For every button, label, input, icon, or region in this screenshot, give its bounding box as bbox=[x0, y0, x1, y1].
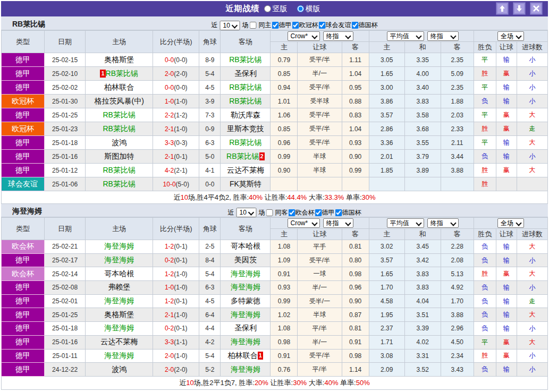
home-team-name[interactable]: RB莱比锡 bbox=[103, 110, 135, 119]
scope-select[interactable]: 全场 bbox=[497, 218, 524, 228]
asian-handicap-cell: 半球 bbox=[298, 150, 342, 164]
group-header-result: 全场 bbox=[474, 218, 547, 229]
asian-home-odds-cell: 0.99 bbox=[271, 150, 298, 164]
away-team-name[interactable]: 里斯本竞技 bbox=[227, 124, 264, 133]
away-team-name[interactable]: 海登海姆 bbox=[231, 283, 260, 291]
bookmaker-select[interactable]: Crow* bbox=[288, 31, 320, 41]
league-cell: 德甲 bbox=[2, 335, 45, 349]
radio-horizontal-label[interactable]: 横版 bbox=[297, 4, 320, 14]
away-team-name[interactable]: 海登海姆 bbox=[231, 310, 260, 319]
summary-value: 50% bbox=[356, 379, 370, 387]
move-down-button[interactable] bbox=[513, 3, 525, 14]
fulltime-score: 2-1 bbox=[165, 153, 174, 160]
league-checkbox-1[interactable] bbox=[315, 209, 322, 216]
away-team-name[interactable]: 海登海姆 bbox=[231, 337, 260, 346]
close-button[interactable] bbox=[530, 3, 542, 14]
asian-home-odds-cell: 0.93 bbox=[271, 281, 298, 295]
asian-handicap-cell: 受平/半 bbox=[298, 53, 342, 67]
summary-cell: 近10场,胜4平4负2, 胜率:40% 让胜率:44.4% 大率:33.3% 单… bbox=[2, 191, 548, 204]
euro-draw-odds-cell: 3.39 bbox=[404, 322, 441, 336]
home-team-name[interactable]: 柏林联合 bbox=[104, 83, 134, 91]
corner-cell: 4-5 bbox=[199, 81, 221, 95]
home-team-name[interactable]: 云达不莱梅 bbox=[100, 337, 138, 346]
home-team-name[interactable]: 弗赖堡 bbox=[108, 283, 130, 291]
euro-final-select[interactable]: 终指 bbox=[427, 218, 459, 228]
league-checkbox-0[interactable] bbox=[272, 22, 279, 29]
move-up-button[interactable] bbox=[496, 3, 508, 14]
average-select[interactable]: 平均值 bbox=[387, 218, 424, 228]
radio-vertical-label[interactable]: 竖版 bbox=[264, 4, 288, 14]
away-team-name[interactable]: RB莱比锡 bbox=[229, 83, 261, 91]
away-team-name[interactable]: RB莱比锡 bbox=[229, 55, 261, 64]
result-winloss-cell: 平 bbox=[474, 81, 496, 95]
away-team-name[interactable]: 圣保利 bbox=[234, 323, 257, 332]
scope-select[interactable]: 全场 bbox=[497, 31, 524, 41]
away-team-name[interactable]: RB莱比锡 bbox=[229, 138, 261, 147]
score-cell: 1-0(1-0) bbox=[153, 281, 199, 295]
home-team-name[interactable]: 格拉茨风暴(中) bbox=[95, 97, 144, 105]
radio-horizontal[interactable] bbox=[297, 5, 304, 12]
home-team-name[interactable]: 哥本哈根 bbox=[104, 269, 134, 278]
corner-cell: 2-5 bbox=[199, 240, 221, 254]
radio-vertical[interactable] bbox=[264, 5, 271, 12]
asian-final-select[interactable]: 终指 bbox=[323, 31, 353, 41]
result-handicap-cell: 输 bbox=[496, 95, 517, 108]
home-team-name[interactable]: 海登海姆 bbox=[104, 351, 134, 360]
away-team-name[interactable]: FK莫斯特 bbox=[230, 180, 261, 188]
away-team-name[interactable]: 柏林联合 bbox=[228, 351, 258, 360]
away-team-name[interactable]: 美因茨 bbox=[234, 255, 257, 264]
away-team-name[interactable]: 多特蒙德 bbox=[231, 296, 260, 305]
asian-away-odds-cell: 0.98 bbox=[342, 267, 369, 281]
league-checkbox-1[interactable] bbox=[292, 22, 299, 29]
match-row: 德甲25-01-25RB莱比锡2-2(1-2)7-3勒沃库森1.06受平/半0.… bbox=[2, 108, 548, 122]
result-goals-cell: 大 bbox=[517, 136, 547, 150]
home-team-name[interactable]: RB莱比锡 bbox=[103, 124, 135, 133]
same-venue-checkbox[interactable] bbox=[266, 209, 273, 216]
home-team-name[interactable]: RB莱比锡 bbox=[103, 166, 135, 174]
home-team-name[interactable]: 海登海姆 bbox=[104, 296, 134, 305]
league-checkbox-3[interactable] bbox=[352, 22, 359, 29]
league-checkbox-2[interactable] bbox=[319, 22, 326, 29]
home-team-name[interactable]: RB莱比锡 bbox=[103, 180, 135, 188]
bookmaker-select[interactable]: Crow* bbox=[288, 218, 320, 228]
asian-home-odds-cell: 0.85 bbox=[271, 122, 298, 136]
away-team-name[interactable]: 海登海姆 bbox=[231, 365, 260, 373]
match-count-select[interactable]: 10 bbox=[237, 208, 257, 217]
home-team-name[interactable]: 海登海姆 bbox=[104, 255, 134, 264]
home-team-name[interactable]: 波鸿 bbox=[112, 138, 126, 147]
home-team-name[interactable]: 奥格斯堡 bbox=[104, 310, 134, 319]
home-team-name[interactable]: 海登海姆 bbox=[104, 242, 134, 250]
away-team-name[interactable]: 圣保利 bbox=[234, 69, 257, 78]
euro-final-select[interactable]: 终指 bbox=[427, 31, 459, 41]
euro-away-odds-cell: 1.88 bbox=[441, 95, 474, 108]
average-select[interactable]: 平均值 bbox=[387, 31, 424, 41]
home-team-cell: 奥格斯堡 bbox=[86, 53, 153, 67]
same-venue-checkbox[interactable] bbox=[250, 22, 257, 29]
league-checkbox-0[interactable] bbox=[289, 209, 295, 216]
sub-header-asian-1: 让球 bbox=[298, 229, 342, 240]
score-cell: 10-0(5-0) bbox=[153, 177, 199, 191]
home-team-name[interactable]: 奥格斯堡 bbox=[104, 55, 134, 64]
away-team-name[interactable]: 哥本哈根 bbox=[231, 242, 260, 250]
asian-final-select[interactable]: 终指 bbox=[323, 218, 353, 228]
home-team-name[interactable]: 斯图加特 bbox=[104, 152, 134, 160]
away-team-name[interactable]: RB莱比锡 bbox=[226, 152, 259, 160]
result-goals-cell: 大 bbox=[517, 164, 547, 177]
col-header-home: 主场 bbox=[86, 218, 153, 240]
window-buttons bbox=[496, 3, 542, 14]
score-cell: 2-1(1-0) bbox=[153, 308, 199, 322]
euro-away-odds-cell: 2.28 bbox=[441, 240, 474, 254]
away-team-name[interactable]: RB莱比锡 bbox=[229, 97, 261, 105]
home-team-name[interactable]: RB莱比锡 bbox=[106, 69, 138, 78]
league-checkbox-2[interactable] bbox=[335, 209, 342, 216]
fulltime-score: 1-0 bbox=[165, 284, 174, 291]
away-team-name[interactable]: 云达不莱梅 bbox=[227, 166, 264, 174]
away-team-name[interactable]: 海登海姆 bbox=[231, 269, 260, 278]
euro-away-odds-cell: 2.35 bbox=[441, 81, 474, 95]
away-team-name[interactable]: 勒沃库森 bbox=[231, 110, 260, 119]
home-team-name[interactable]: 波鸿 bbox=[112, 365, 126, 373]
match-count-select[interactable]: 10 bbox=[220, 21, 240, 30]
corner-cell: 4-5 bbox=[199, 294, 221, 308]
home-team-name[interactable]: 海登海姆 bbox=[104, 323, 134, 332]
home-team-cell: RB莱比锡 bbox=[86, 177, 153, 191]
